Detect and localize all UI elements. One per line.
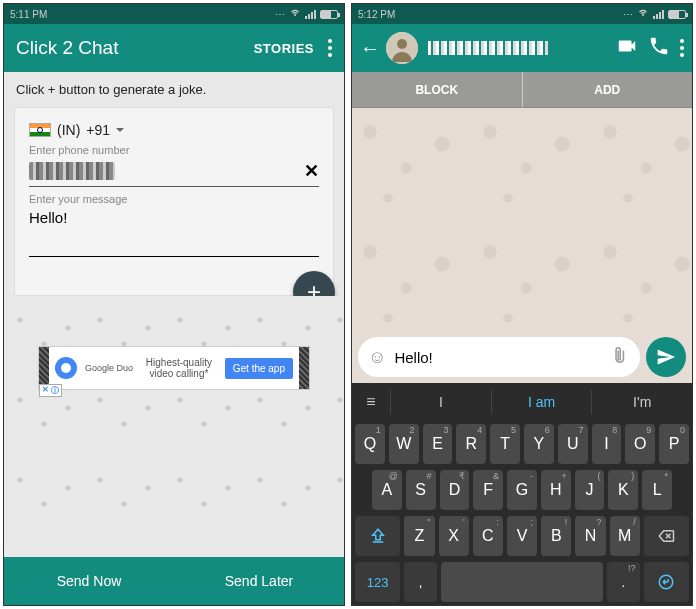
overflow-menu-icon[interactable]: [680, 39, 684, 57]
key-t[interactable]: T5: [490, 424, 520, 464]
ad-banner[interactable]: Google Duo Highest-quality video calling…: [38, 346, 310, 390]
key-x[interactable]: X': [439, 516, 469, 556]
ad-text: Highest-quality video calling*: [139, 357, 219, 379]
suggestion-1[interactable]: I: [390, 390, 491, 414]
suggestion-2[interactable]: I am: [491, 390, 592, 414]
more-indicator-icon: ⋯: [275, 9, 285, 20]
key-d[interactable]: D₹: [440, 470, 470, 510]
compose-card: (IN) +91 Enter phone number ✕ Enter your…: [14, 107, 334, 296]
message-input[interactable]: Hello!: [29, 209, 319, 257]
india-flag-icon: [29, 123, 51, 137]
key-p[interactable]: P0: [659, 424, 689, 464]
key-c[interactable]: C:: [473, 516, 503, 556]
key-backspace[interactable]: [644, 516, 689, 556]
keyboard-toggle-icon[interactable]: ≡: [352, 393, 390, 411]
phone-input[interactable]: [29, 156, 319, 187]
ad-brand: Google Duo: [85, 363, 133, 373]
signal-icon: [653, 10, 664, 19]
key-k[interactable]: K): [608, 470, 638, 510]
key-w[interactable]: W2: [389, 424, 419, 464]
key-period[interactable]: .!?: [607, 562, 639, 602]
wifi-icon: [637, 7, 649, 21]
key-j[interactable]: J(: [575, 470, 605, 510]
chevron-down-icon: [116, 128, 124, 132]
more-indicator-icon: ⋯: [623, 9, 633, 20]
key-enter[interactable]: [644, 562, 689, 602]
keyboard: ≡ I I am I'm Q1W2E3R4T5Y6U7I8O9P0 A@S#D₹…: [352, 383, 692, 605]
voice-call-icon[interactable]: [648, 35, 670, 61]
country-selector[interactable]: (IN) +91: [29, 122, 319, 138]
stories-button[interactable]: STORIES: [254, 41, 314, 56]
message-text[interactable]: Hello!: [394, 349, 604, 366]
dial-code: +91: [86, 122, 110, 138]
chat-app-bar: ←: [352, 24, 692, 72]
key-shift[interactable]: [355, 516, 400, 556]
status-time: 5:12 PM: [358, 9, 395, 20]
signal-icon: [305, 10, 316, 19]
send-later-button[interactable]: Send Later: [174, 557, 344, 605]
key-space[interactable]: [441, 562, 603, 602]
key-q[interactable]: Q1: [355, 424, 385, 464]
emoji-icon[interactable]: ☺: [368, 347, 386, 368]
key-b[interactable]: B!: [541, 516, 571, 556]
key-m[interactable]: M/: [610, 516, 640, 556]
key-comma[interactable]: ,: [404, 562, 436, 602]
duo-icon: [55, 357, 77, 379]
key-y[interactable]: Y6: [524, 424, 554, 464]
key-f[interactable]: F&: [473, 470, 503, 510]
suggestion-bar: ≡ I I am I'm: [352, 383, 692, 421]
block-add-row: BLOCK ADD: [352, 72, 692, 108]
phone-label: Enter phone number: [29, 144, 319, 156]
svg-point-1: [397, 39, 407, 49]
clear-icon[interactable]: ✕: [304, 160, 319, 182]
overflow-menu-icon[interactable]: [328, 39, 332, 57]
message-label: Enter your message: [29, 193, 319, 205]
app-title: Click 2 Chat: [16, 37, 254, 59]
key-o[interactable]: O9: [625, 424, 655, 464]
key-a[interactable]: A@: [372, 470, 402, 510]
battery-icon: [668, 10, 686, 19]
key-e[interactable]: E3: [423, 424, 453, 464]
contact-name[interactable]: [428, 41, 606, 55]
message-input-row: ☺ Hello!: [352, 331, 692, 383]
status-bar: 5:11 PM ⋯: [4, 4, 344, 24]
suggestion-3[interactable]: I'm: [591, 390, 692, 414]
key-symbols[interactable]: 123: [355, 562, 400, 602]
key-r[interactable]: R4: [456, 424, 486, 464]
key-z[interactable]: Z": [404, 516, 434, 556]
key-h[interactable]: H+: [541, 470, 571, 510]
send-now-button[interactable]: Send Now: [4, 557, 174, 605]
key-s[interactable]: S#: [406, 470, 436, 510]
status-bar: 5:12 PM ⋯: [352, 4, 692, 24]
add-button[interactable]: ADD: [523, 72, 693, 107]
key-i[interactable]: I8: [592, 424, 622, 464]
attach-icon[interactable]: [607, 343, 636, 372]
background-area: Google Duo Highest-quality video calling…: [4, 296, 344, 557]
key-u[interactable]: U7: [558, 424, 588, 464]
avatar[interactable]: [386, 32, 418, 64]
key-l[interactable]: L*: [642, 470, 672, 510]
key-g[interactable]: G-: [507, 470, 537, 510]
status-time: 5:11 PM: [10, 9, 47, 20]
video-call-icon[interactable]: [616, 35, 638, 61]
ad-cta-button[interactable]: Get the app: [225, 358, 293, 379]
battery-icon: [320, 10, 338, 19]
message-box[interactable]: ☺ Hello!: [358, 337, 640, 377]
send-button[interactable]: [646, 337, 686, 377]
country-code: (IN): [57, 122, 80, 138]
footer-bar: Send Now Send Later: [4, 557, 344, 605]
phone-left: 5:11 PM ⋯ Click 2 Chat STORIES Click + b…: [3, 3, 345, 606]
tip-text: Click + button to generate a joke.: [4, 72, 344, 103]
ad-badge[interactable]: ✕ⓘ: [39, 384, 62, 397]
block-button[interactable]: BLOCK: [352, 72, 523, 107]
key-n[interactable]: N?: [575, 516, 605, 556]
back-button[interactable]: ←: [360, 37, 380, 60]
wifi-icon: [289, 7, 301, 21]
app-bar: Click 2 Chat STORIES: [4, 24, 344, 72]
phone-right: 5:12 PM ⋯ ← BLOCK ADD ☺: [351, 3, 693, 606]
key-v[interactable]: V;: [507, 516, 537, 556]
chat-background: [352, 108, 692, 331]
